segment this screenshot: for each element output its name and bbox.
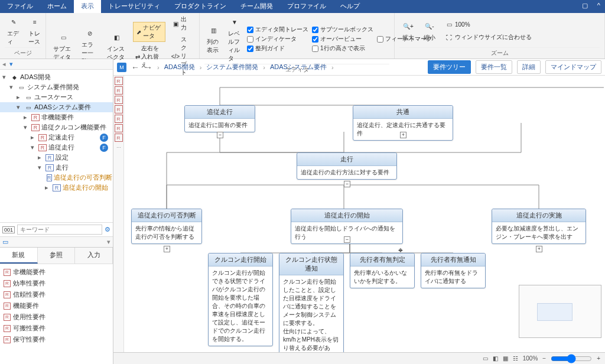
- node-g[interactable]: クルコン走行開始クルコン走行が開始できる状態でドライバがクルコン走行の開始を要求…: [208, 253, 273, 346]
- tree-n4[interactable]: ▸R非機能要件: [0, 112, 113, 122]
- expand-toggle[interactable]: −: [344, 181, 350, 187]
- status-icon[interactable]: ☷: [513, 355, 518, 362]
- list-item[interactable]: R使用性要件: [2, 311, 110, 323]
- view-reqlist[interactable]: 要件一覧: [476, 60, 512, 74]
- menu-file[interactable]: ファイル: [0, 0, 40, 13]
- nav-forward-icon[interactable]: →: [144, 63, 152, 72]
- chk-editor-trace[interactable]: エディタ間トレース: [247, 25, 308, 34]
- req-icon: R: [4, 325, 11, 332]
- menu-team[interactable]: チーム開発: [233, 0, 280, 13]
- expand-toggle[interactable]: +: [400, 132, 406, 138]
- view-detail[interactable]: 詳細: [517, 60, 541, 74]
- columns-button[interactable]: ▥列の表示: [204, 22, 222, 56]
- tab-new[interactable]: 新規: [0, 248, 38, 264]
- crumb-0[interactable]: ADAS開発: [164, 63, 195, 72]
- node-f[interactable]: 追従走行の実施必要な加減速度を算出し、エンジン・ブレーキへ要求を出す: [492, 209, 586, 244]
- collapse-arrow-icon[interactable]: ◂: [2, 60, 6, 68]
- menu-traceability[interactable]: トレーサビリティ: [101, 0, 167, 13]
- list-item[interactable]: R効率性要件: [2, 278, 110, 289]
- tree-n5[interactable]: ▾R追従クルコン機能要件: [0, 122, 113, 132]
- status-icon[interactable]: ◧: [493, 355, 498, 362]
- trace-button[interactable]: ≡トレース: [26, 14, 44, 47]
- tree-root[interactable]: ▾◆ADAS開発: [0, 72, 113, 82]
- output-button[interactable]: ▣出力: [169, 14, 194, 33]
- gutter-req-icon[interactable]: R: [115, 77, 123, 85]
- node-i[interactable]: 先行者有無判定先行車がいるかいないかを判定する。: [350, 253, 415, 288]
- zoom-in-small-icon[interactable]: +: [597, 355, 600, 362]
- gutter-req-icon[interactable]: R: [115, 86, 123, 95]
- tree-n2[interactable]: ▸▭ユースケース: [0, 92, 113, 102]
- tree-n8[interactable]: ▸R設定: [0, 152, 113, 162]
- collapse-panel-icon[interactable]: ▾: [107, 238, 110, 246]
- navigator-button[interactable]: ⬈ナビゲータ: [133, 22, 165, 42]
- crumb-2[interactable]: ADASシステム要件: [270, 63, 327, 72]
- tree-n6[interactable]: ▸R定速走行F: [0, 132, 113, 142]
- node-j[interactable]: 先行者有無通知先行車の有無をドライバに通知する: [421, 253, 486, 288]
- tree-n11[interactable]: ▸R追従走行の開始: [0, 183, 113, 193]
- chk-subtoolbox[interactable]: サブツールボックス: [312, 25, 373, 34]
- view-mindmap[interactable]: マインドマップ: [545, 60, 601, 74]
- menu-view[interactable]: 表示: [74, 0, 101, 13]
- zoom-out-small-icon[interactable]: −: [542, 355, 546, 362]
- zoom-out-button[interactable]: 🔍-縮小: [421, 18, 438, 43]
- node-c[interactable]: 走行追従走行の走行方法に対する要件: [297, 152, 397, 180]
- zoom-100-button[interactable]: ▭100%: [442, 18, 534, 30]
- zoom-fit-button[interactable]: ⛶ウィンドウサイズに合わせる: [442, 31, 534, 43]
- overview-minimap[interactable]: [519, 285, 601, 338]
- list-item[interactable]: R保守性要件: [2, 334, 110, 345]
- tab-input[interactable]: 入力: [75, 248, 113, 264]
- expand-toggle[interactable]: −: [217, 132, 223, 138]
- tree-down-icon[interactable]: ▾: [9, 60, 13, 68]
- gutter-req-icon[interactable]: R: [115, 96, 123, 104]
- gutter-req-icon[interactable]: R: [115, 134, 123, 142]
- tree-n10[interactable]: R追従走行の可否判断: [0, 173, 113, 183]
- tree-n1[interactable]: ▾▭システム要件開発: [0, 82, 113, 92]
- crumb-1[interactable]: システム要件開発: [206, 63, 258, 72]
- canvas-gutter: R R R R R R R ⋯: [113, 76, 124, 352]
- edit-button[interactable]: ✎エディ: [5, 14, 22, 47]
- nav-back-icon[interactable]: ←: [131, 63, 139, 72]
- list-item[interactable]: R可搬性要件: [2, 323, 110, 334]
- window-minimize-ribbon-icon[interactable]: ▢: [577, 0, 593, 13]
- menu-profile[interactable]: プロファイル: [280, 0, 333, 13]
- gutter-req-icon[interactable]: R: [115, 115, 123, 123]
- list-item[interactable]: R信頼性要件: [2, 289, 110, 300]
- zoom-slider[interactable]: [551, 354, 592, 363]
- window-collapse-icon[interactable]: ^: [593, 0, 605, 13]
- levelfilter-button[interactable]: ▼レベルフィルタ: [226, 14, 243, 64]
- list-item[interactable]: R非機能要件: [2, 266, 110, 278]
- list-item[interactable]: R機能要件: [2, 300, 110, 311]
- tree-n9[interactable]: ▾R走行: [0, 162, 113, 173]
- tree-n3[interactable]: ▾▭ADASシステム要件: [0, 102, 113, 112]
- node-h[interactable]: クルコン走行状態通知クルコン走行を開始したことと、設定した目標速度をドライバに通…: [279, 253, 344, 352]
- status-icon[interactable]: ▦: [503, 355, 508, 362]
- model-tree[interactable]: ▾◆ADAS開発 ▾▭システム要件開発 ▸▭ユースケース ▾▭ADASシステム要…: [0, 70, 113, 222]
- chk-rowheight[interactable]: 1行の高さで表示: [312, 44, 373, 53]
- status-icon[interactable]: ▭: [483, 355, 488, 362]
- menu-productline[interactable]: プロダクトライン: [167, 0, 233, 13]
- menu-home[interactable]: ホーム: [40, 0, 74, 13]
- chk-overview[interactable]: オーバービュー: [312, 35, 373, 43]
- view-reqtree[interactable]: 要件ツリー: [428, 60, 471, 74]
- tree-n7[interactable]: ▾R追従走行F: [0, 142, 113, 152]
- gutter-req-icon[interactable]: R: [115, 105, 123, 113]
- inspector-button[interactable]: ◧インスペクタ: [105, 30, 129, 63]
- expand-toggle[interactable]: +: [164, 246, 170, 252]
- gutter-more-icon[interactable]: ⋯: [115, 143, 123, 151]
- panel-toggle-icon[interactable]: ▭: [2, 238, 8, 246]
- search-input[interactable]: [17, 225, 102, 235]
- tab-ref[interactable]: 参照: [38, 248, 76, 264]
- expand-toggle[interactable]: −: [344, 236, 350, 243]
- subeditor-button[interactable]: ▭サブエディタ: [51, 30, 76, 63]
- status-bar: ▭ ◧ ▦ ☷ 100% − +: [113, 352, 605, 364]
- zoom-in-button[interactable]: 🔍+拡大: [399, 18, 417, 43]
- chk-align-guide[interactable]: 整列ガイド: [247, 44, 308, 53]
- gutter-req-icon[interactable]: R: [115, 124, 123, 132]
- node-d[interactable]: 追従走行の可否判断先行車の情報から追従走行の可否を判断する: [131, 209, 202, 244]
- expand-toggle[interactable]: +: [536, 246, 542, 252]
- diagram-canvas[interactable]: R R R R R R R ⋯: [113, 76, 605, 352]
- node-a[interactable]: 追従走行追従走行に固有の要件: [184, 105, 255, 132]
- menu-help[interactable]: ヘルプ: [333, 0, 367, 13]
- search-settings-icon[interactable]: ⚙: [105, 226, 110, 233]
- chk-indicator[interactable]: インディケータ: [247, 35, 308, 43]
